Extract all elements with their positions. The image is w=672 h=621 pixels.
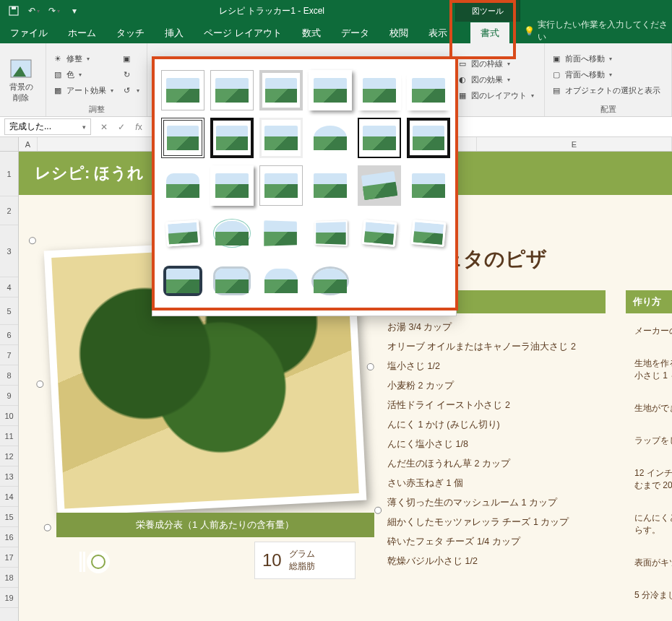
resize-handle[interactable] [29,237,37,245]
picture-border-button[interactable]: ▭図の枠線▾ [455,58,535,71]
reset-picture-button[interactable]: ↺▾ [119,84,141,97]
row-18[interactable]: 18 [0,568,18,588]
chevron-down-icon[interactable]: ▾ [82,123,86,131]
picture-style-option[interactable] [358,165,401,206]
picture-style-option[interactable] [161,213,204,253]
layout-icon: ▦ [457,90,468,102]
picture-style-option[interactable] [210,118,254,158]
change-picture-button[interactable]: ↻ [119,68,141,81]
picture-style-option[interactable] [161,70,204,110]
artistic-effects-button[interactable]: ▩アート効果▾ [51,84,115,97]
cancel-formula-icon[interactable]: ✕ [95,122,113,132]
picture-effects-button[interactable]: ◐図の効果▾ [455,74,535,87]
picture-style-option[interactable] [407,165,450,206]
compress-pictures-button[interactable]: ▣ [119,52,141,65]
row-2[interactable]: 2 [0,196,18,225]
row-10[interactable]: 10 [0,406,18,426]
row-11[interactable]: 11 [0,426,18,446]
picture-style-option[interactable] [407,70,450,110]
picture-style-option[interactable] [309,118,352,158]
picture-style-option[interactable] [358,213,401,253]
instruction-item: 12 インチのピ むまで 20 分 [632,460,672,505]
resize-handle[interactable] [366,363,374,371]
qat-customize-icon[interactable]: ▾ [68,4,81,17]
row-6[interactable]: 6 [0,325,18,345]
resize-handle[interactable] [43,524,51,531]
picture-style-option[interactable] [161,165,204,206]
picture-style-option[interactable] [309,165,352,206]
enter-formula-icon[interactable]: ✓ [113,122,130,132]
row-5[interactable]: 5 [0,298,18,325]
row-13[interactable]: 13 [0,466,18,487]
picture-style-option[interactable] [358,70,401,110]
send-backward-button[interactable]: ▢背面へ移動▾ [549,68,662,81]
tab-insert[interactable]: 挿入 [155,22,194,43]
picture-style-option[interactable] [259,261,303,301]
picture-style-option[interactable] [259,118,303,158]
tab-touch[interactable]: タッチ [106,22,155,43]
picture-style-option[interactable] [210,165,254,206]
row-19[interactable]: 19 [0,588,18,608]
ingredient-item: さい赤玉ねぎ 1 個 [380,474,619,493]
remove-background-button[interactable]: 背景の 削除 [4,54,38,106]
name-box[interactable]: 完成した...▾ [4,118,91,135]
picture-style-option[interactable] [358,118,401,158]
picture-style-option[interactable] [210,261,254,301]
save-icon[interactable] [7,4,20,17]
tab-review[interactable]: 校閲 [379,22,418,43]
nutrition-unit: グラム 総脂肪 [289,548,315,573]
ingredient-item: 活性ドライ イースト小さじ 2 [380,396,619,415]
ingredient-item: オリーブ オイルまたはキャノーラ油大さじ 2 [380,337,619,357]
tab-pagelayout[interactable]: ページ レイアウト [194,22,292,43]
tab-formulas[interactable]: 数式 [292,22,331,43]
bring-forward-button[interactable]: ▣前面へ移動▾ [549,52,662,65]
picture-style-option[interactable] [309,261,352,301]
picture-style-option[interactable] [259,70,303,110]
redo-icon[interactable]: ↷▾ [48,4,61,17]
picture-style-option[interactable] [161,118,204,158]
picture-style-option[interactable] [210,213,254,253]
tab-home[interactable]: ホーム [58,22,106,43]
color-button[interactable]: ▧色▾ [51,68,115,81]
reset-icon: ↺ [121,84,132,96]
send-backward-icon: ▢ [551,69,562,80]
group-adjust-label: 調整 [51,103,142,115]
undo-icon[interactable]: ↶▾ [27,4,40,17]
row-17[interactable]: 17 [0,547,18,568]
picture-style-option[interactable] [309,70,352,110]
row-14[interactable]: 14 [0,487,18,507]
selection-pane-button[interactable]: ▤オブジェクトの選択と表示 [549,84,662,97]
tab-view[interactable]: 表示 [418,22,457,43]
row-12[interactable]: 12 [0,446,18,466]
bring-forward-icon: ▣ [551,53,562,64]
row-4[interactable]: 4 [0,277,18,298]
fx-icon[interactable]: fx [130,122,147,132]
row-8[interactable]: 8 [0,365,18,386]
picture-styles-gallery[interactable] [152,56,457,316]
resize-handle[interactable] [36,381,44,388]
col-A[interactable]: A [19,137,38,151]
corrections-button[interactable]: ☀修整▾ [51,52,115,65]
row-15[interactable]: 15 [0,507,18,527]
picture-style-option[interactable] [161,261,204,301]
tell-me-box[interactable]: 💡実行したい作業を入力してください [509,19,672,43]
picture-style-option[interactable] [309,213,352,253]
picture-style-option[interactable] [210,70,254,110]
row-16[interactable]: 16 [0,527,18,547]
row-1[interactable]: 1 [0,152,18,196]
picture-style-option[interactable] [407,118,450,158]
tab-data[interactable]: データ [331,22,379,43]
row-7[interactable]: 7 [0,345,18,365]
picture-layout-button[interactable]: ▦図のレイアウト▾ [455,90,535,103]
effects-icon: ◐ [457,74,468,86]
picture-style-option[interactable] [259,165,303,206]
row-9[interactable]: 9 [0,386,18,406]
picture-style-option[interactable] [407,213,450,253]
tab-file[interactable]: ファイル [0,22,58,43]
col-E[interactable]: E [477,137,672,151]
tab-format[interactable]: 書式 [470,22,509,43]
row-3[interactable]: 3 [0,225,18,277]
compress-icon: ▣ [121,53,132,64]
select-all-triangle[interactable] [0,137,19,151]
picture-style-option[interactable] [259,213,303,253]
